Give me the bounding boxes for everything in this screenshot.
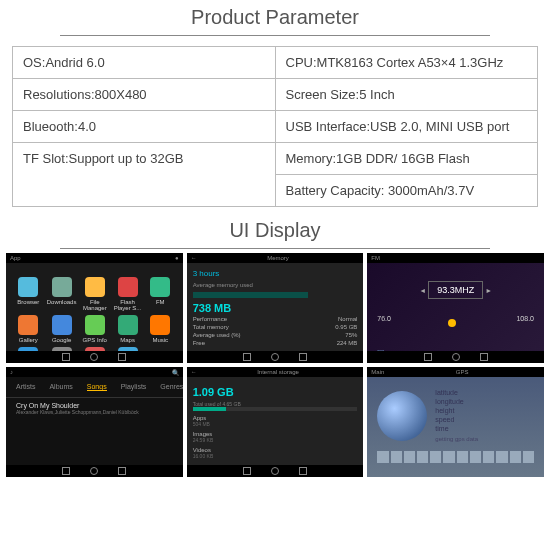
gps-status: getting gps data	[435, 436, 534, 442]
songs-tab[interactable]: Songs	[87, 383, 107, 391]
app-label: Downloads	[47, 299, 77, 305]
storage-item[interactable]: Videos16.00 KB	[193, 447, 358, 459]
spec-table: OS:Andrid 6.0 Resolutions:800X480 Blueoo…	[12, 46, 538, 207]
app-item[interactable]: Gallery	[14, 315, 43, 343]
spec-cell: OS:Andrid 6.0	[13, 47, 275, 79]
fm-dial-icon[interactable]	[448, 319, 456, 327]
app-icon	[52, 277, 72, 297]
memory-title: Memory	[267, 255, 289, 261]
app-label: Gallery	[19, 337, 38, 343]
gps-field: speed	[435, 416, 534, 423]
spec-cell: USB Interface:USB 2.0, MINI USB port	[276, 111, 538, 143]
memory-value: 738 MB	[193, 302, 358, 314]
spec-cell: Memory:1GB DDR/ 16GB Flash	[276, 143, 538, 175]
memory-row: Free224 MB	[193, 340, 358, 346]
memory-bar	[193, 292, 308, 298]
app-icon	[85, 277, 105, 297]
thumb-storage: ←Internal storage 1.09 GB Total used of …	[187, 367, 364, 477]
globe-icon	[377, 391, 427, 441]
app-label: FM	[156, 299, 165, 305]
fm-frequency[interactable]: 93.3MHZ	[428, 281, 483, 299]
gps-field: latitude	[435, 389, 534, 396]
app-item[interactable]: Downloads	[47, 277, 77, 311]
thumbs-grid: App● BrowserDownloadsFile ManagerFlash P…	[0, 249, 550, 481]
songs-tab[interactable]: Artists	[16, 383, 35, 391]
app-item[interactable]: GPS Info	[80, 315, 109, 343]
home-icon[interactable]	[90, 353, 98, 361]
spec-cell: Screen Size:5 Inch	[276, 79, 538, 111]
app-icon	[18, 315, 38, 335]
app-item[interactable]: FM	[146, 277, 175, 311]
gps-field: longitude	[435, 398, 534, 405]
gps-field: height	[435, 407, 534, 414]
song-row[interactable]: Cry On My Shoulder Alexander Klaws,Julie…	[6, 398, 183, 419]
fm-scale-high: 108.0	[516, 315, 534, 322]
app-item[interactable]: Music	[146, 315, 175, 343]
memory-row: Average used (%)75%	[193, 332, 358, 338]
spec-cell: Battery Capacity: 3000mAh/3.7V	[276, 175, 538, 206]
memory-row: PerformanceNormal	[193, 316, 358, 322]
fm-title: FM	[371, 255, 380, 261]
memory-avg-label: Average memory used	[193, 282, 358, 288]
storage-value: 1.09 GB	[193, 386, 358, 398]
app-label: Flash Player S...	[113, 299, 142, 311]
app-label: GPS Info	[83, 337, 107, 343]
app-label: Google	[52, 337, 71, 343]
app-label: Music	[152, 337, 168, 343]
memory-row: Total memory0.95 GB	[193, 324, 358, 330]
songs-tab[interactable]: Genres	[160, 383, 182, 391]
app-item[interactable]: Maps	[113, 315, 142, 343]
songs-tab[interactable]: Playlists	[121, 383, 147, 391]
thumb-fm: FM ◄ 93.3MHZ ► 76.0 108.0 ☐ Use FM	[367, 253, 544, 363]
app-icon	[85, 315, 105, 335]
gps-title: GPS	[456, 369, 469, 375]
app-icon	[18, 277, 38, 297]
app-item[interactable]: Flash Player S...	[113, 277, 142, 311]
thumb-memory: ←Memory 3 hours Average memory used 738 …	[187, 253, 364, 363]
spec-cell: TF Slot:Support up to 32GB	[13, 143, 275, 174]
app-icon	[150, 315, 170, 335]
section-title-ui: UI Display	[60, 213, 490, 249]
thumb-songs: ♪🔍 ArtistsAlbumsSongsPlaylistsGenres Cry…	[6, 367, 183, 477]
app-item[interactable]: Browser	[14, 277, 43, 311]
spec-cell: CPU:MTK8163 Cortex A53×4 1.3GHz	[276, 47, 538, 79]
app-item[interactable]: Google	[47, 315, 77, 343]
fm-scale[interactable]: 76.0 108.0	[377, 315, 534, 335]
storage-bar	[193, 407, 358, 411]
storage-item[interactable]: Apps504 MB	[193, 415, 358, 427]
back-icon[interactable]	[62, 353, 70, 361]
songs-tabs[interactable]: ArtistsAlbumsSongsPlaylistsGenres	[6, 377, 183, 398]
app-icon	[118, 315, 138, 335]
gps-field: time	[435, 425, 534, 432]
storage-title: Internal storage	[257, 369, 299, 375]
fm-scale-low: 76.0	[377, 315, 391, 322]
app-label: File Manager	[80, 299, 109, 311]
recent-icon[interactable]	[118, 353, 126, 361]
app-icon	[150, 277, 170, 297]
app-icon	[118, 277, 138, 297]
thumb-gps: MainGPS latitudelongitudeheightspeedtime…	[367, 367, 544, 477]
thumb-apps: App● BrowserDownloadsFile ManagerFlash P…	[6, 253, 183, 363]
app-icon	[52, 315, 72, 335]
song-artist: Alexander Klaws,Juliette Schoppmann,Dani…	[16, 409, 173, 415]
app-label: Browser	[17, 299, 39, 305]
gps-signal-bars	[377, 443, 534, 463]
app-item[interactable]: File Manager	[80, 277, 109, 311]
spec-cell: Resolutions:800X480	[13, 79, 275, 111]
spec-cell: Blueooth:4.0	[13, 111, 275, 143]
app-label: Maps	[120, 337, 135, 343]
section-title-param: Product Parameter	[60, 0, 490, 36]
memory-time: 3 hours	[193, 269, 358, 278]
storage-item[interactable]: Images24.59 KB	[193, 431, 358, 443]
nav-bar	[6, 351, 183, 363]
song-title: Cry On My Shoulder	[16, 402, 173, 409]
songs-tab[interactable]: Albums	[49, 383, 72, 391]
